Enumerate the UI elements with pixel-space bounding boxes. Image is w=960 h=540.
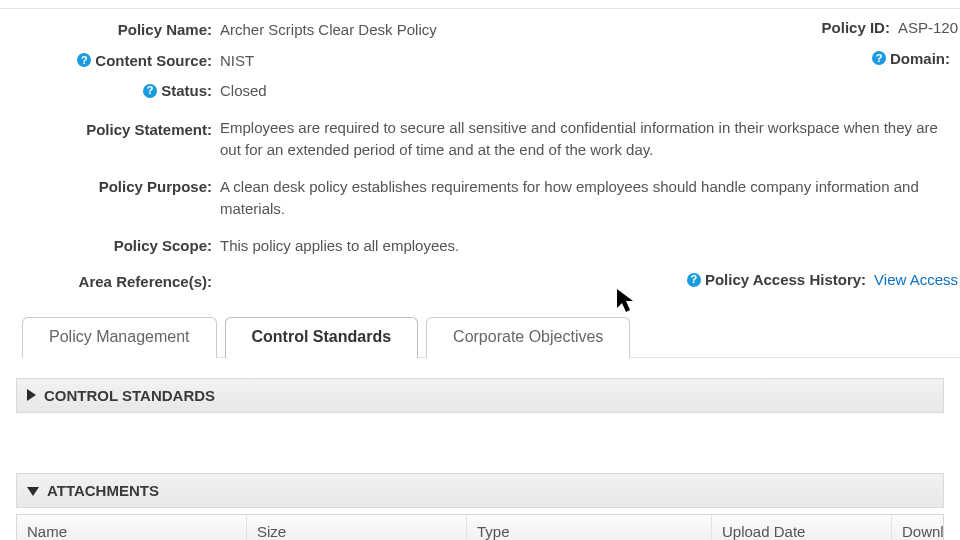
help-icon[interactable]: ? — [77, 53, 91, 67]
value-status: Closed — [220, 82, 267, 99]
section-attachments[interactable]: ATTACHMENTS — [16, 473, 944, 508]
section-control-standards[interactable]: CONTROL STANDARDS — [16, 378, 944, 413]
row-area-references: Area Reference(s): ? Policy Access Histo… — [0, 271, 960, 292]
label-status: Status: — [161, 80, 212, 101]
value-policy-id: ASP-120 — [898, 19, 958, 36]
attachments-table: Name Size Type Upload Date Downl — [16, 514, 944, 540]
attachments-table-header: Name Size Type Upload Date Downl — [17, 515, 943, 540]
label-policy-scope: Policy Scope: — [114, 235, 212, 256]
label-content-source: Content Source: — [95, 50, 212, 71]
top-divider — [0, 8, 960, 9]
collapse-right-icon — [27, 387, 36, 404]
section-attachments-title: ATTACHMENTS — [47, 482, 159, 499]
tab-control-standards[interactable]: Control Standards — [225, 317, 419, 358]
help-icon[interactable]: ? — [872, 51, 886, 65]
label-policy-id: Policy ID: — [822, 19, 890, 36]
label-policy-purpose: Policy Purpose: — [99, 176, 212, 197]
col-upload-date[interactable]: Upload Date — [712, 515, 892, 540]
label-domain: Domain: — [890, 50, 950, 67]
tab-policy-management[interactable]: Policy Management — [22, 317, 217, 358]
col-size[interactable]: Size — [247, 515, 467, 540]
collapse-down-icon — [27, 482, 39, 499]
label-area-references: Area Reference(s): — [79, 271, 212, 292]
label-access-history: Policy Access History: — [705, 271, 866, 288]
value-policy-name: Archer Scripts Clear Desk Policy — [220, 21, 437, 38]
row-status: ? Status: Closed — [0, 80, 960, 103]
tab-corporate-objectives[interactable]: Corporate Objectives — [426, 317, 630, 358]
value-policy-statement: Employees are required to secure all sen… — [220, 119, 938, 159]
value-content-source: NIST — [220, 52, 254, 69]
tabs-container: Policy Management Control Standards Corp… — [22, 316, 960, 358]
col-download[interactable]: Downl — [892, 515, 954, 540]
label-policy-statement: Policy Statement: — [86, 119, 212, 140]
label-policy-name: Policy Name: — [118, 19, 212, 40]
row-policy-purpose: Policy Purpose: A clean desk policy esta… — [0, 176, 960, 221]
row-policy-name: Policy Name: Archer Scripts Clear Desk P… — [0, 19, 960, 42]
help-icon[interactable]: ? — [687, 273, 701, 287]
value-policy-scope: This policy applies to all employees. — [220, 237, 459, 254]
col-name[interactable]: Name — [17, 515, 247, 540]
value-policy-purpose: A clean desk policy establishes requirem… — [220, 178, 919, 218]
row-policy-scope: Policy Scope: This policy applies to all… — [0, 235, 960, 258]
row-content-source: ? Content Source: NIST ? Domain: — [0, 50, 960, 73]
row-policy-statement: Policy Statement: Employees are required… — [0, 117, 960, 162]
section-control-standards-title: CONTROL STANDARDS — [44, 387, 215, 404]
col-type[interactable]: Type — [467, 515, 712, 540]
link-view-access-history[interactable]: View Access — [874, 271, 958, 288]
help-icon[interactable]: ? — [143, 84, 157, 98]
